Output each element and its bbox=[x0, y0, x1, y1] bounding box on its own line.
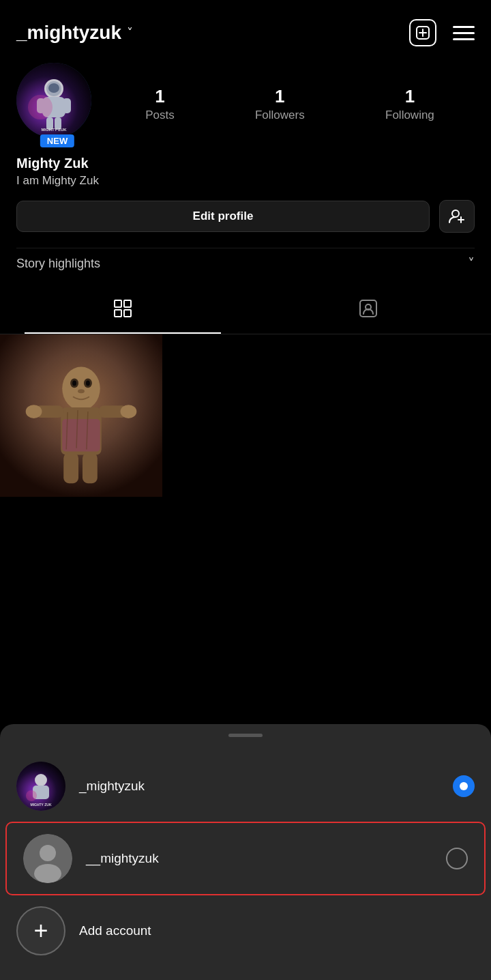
svg-rect-33 bbox=[63, 453, 78, 484]
header-right bbox=[409, 19, 475, 46]
account-avatar-1: MIGHTY ZUK bbox=[16, 762, 65, 811]
svg-point-39 bbox=[26, 405, 42, 418]
new-badge: NEW bbox=[40, 134, 74, 147]
svg-rect-8 bbox=[63, 98, 71, 113]
profile-bio: I am Mighty Zuk bbox=[16, 174, 475, 188]
account-avatar-img-1: MIGHTY ZUK bbox=[16, 762, 65, 811]
bottom-sheet-handle bbox=[228, 734, 263, 737]
avatar[interactable]: MIGHTY ZUK bbox=[16, 63, 91, 138]
tagged-icon bbox=[359, 299, 378, 323]
account-avatar-blank-2 bbox=[23, 834, 72, 883]
svg-rect-19 bbox=[115, 310, 121, 317]
svg-text:MIGHTY ZUK: MIGHTY ZUK bbox=[30, 803, 51, 807]
story-highlights-chevron-icon: ˅ bbox=[468, 255, 475, 272]
account-item-1[interactable]: MIGHTY ZUK _mightyzuk bbox=[0, 751, 491, 822]
stats-row: 1 Posts 1 Followers 1 Following bbox=[105, 86, 475, 122]
account-radio-2[interactable] bbox=[446, 848, 468, 869]
svg-text:MIGHTY ZUK: MIGHTY ZUK bbox=[41, 128, 67, 132]
svg-point-48 bbox=[34, 864, 61, 883]
svg-point-12 bbox=[28, 95, 53, 119]
svg-point-28 bbox=[86, 380, 90, 386]
edit-profile-button[interactable]: Edit profile bbox=[16, 201, 430, 232]
add-friend-button[interactable] bbox=[439, 200, 475, 233]
story-highlights-label: Story highlights bbox=[16, 257, 100, 271]
header: _mightyzuk ˅ bbox=[0, 0, 491, 56]
svg-point-40 bbox=[121, 405, 137, 418]
account-username-1: _mightyzuk bbox=[79, 779, 439, 794]
followers-count: 1 bbox=[275, 86, 284, 107]
profile-name: Mighty Zuk bbox=[16, 156, 475, 171]
svg-point-24 bbox=[62, 367, 100, 410]
svg-rect-18 bbox=[124, 300, 131, 307]
svg-point-27 bbox=[72, 380, 76, 386]
account-avatar-2 bbox=[23, 834, 72, 883]
header-username[interactable]: _mightyzuk bbox=[16, 22, 121, 44]
posts-count: 1 bbox=[155, 86, 164, 107]
profile-top: MIGHTY ZUK NEW 1 Posts 1 Followers 1 Fol… bbox=[16, 63, 475, 145]
account-radio-1[interactable] bbox=[453, 775, 475, 797]
account-username-2: __mightyzuk bbox=[86, 851, 432, 866]
tab-tagged[interactable] bbox=[246, 288, 491, 334]
header-left: _mightyzuk ˅ bbox=[16, 22, 133, 44]
add-account-label: Add account bbox=[79, 923, 151, 938]
profile-buttons: Edit profile bbox=[16, 200, 475, 233]
posts-stat[interactable]: 1 Posts bbox=[145, 86, 175, 122]
tabs-row bbox=[0, 288, 491, 334]
add-account-icon: + bbox=[16, 906, 65, 955]
story-highlights[interactable]: Story highlights ˅ bbox=[16, 248, 475, 278]
following-count: 1 bbox=[405, 86, 415, 107]
svg-point-44 bbox=[26, 790, 37, 801]
account-item-2[interactable]: __mightyzuk bbox=[5, 822, 486, 895]
avatar-container: MIGHTY ZUK NEW bbox=[16, 63, 98, 145]
svg-point-11 bbox=[48, 83, 59, 93]
posts-label: Posts bbox=[145, 109, 175, 122]
svg-point-14 bbox=[452, 210, 459, 217]
grid-icon bbox=[113, 299, 132, 323]
profile-section: MIGHTY ZUK NEW 1 Posts 1 Followers 1 Fol… bbox=[0, 56, 491, 278]
posts-grid bbox=[0, 334, 491, 497]
svg-point-47 bbox=[40, 845, 56, 861]
svg-point-29 bbox=[78, 389, 85, 393]
svg-rect-35 bbox=[62, 419, 100, 452]
bottom-sheet: MIGHTY ZUK _mightyzuk __mightyzuk + Add … bbox=[0, 724, 491, 980]
tab-grid[interactable] bbox=[0, 288, 246, 334]
svg-rect-17 bbox=[115, 300, 121, 307]
followers-stat[interactable]: 1 Followers bbox=[255, 86, 305, 122]
svg-rect-20 bbox=[124, 310, 131, 317]
post-cell-1[interactable] bbox=[0, 334, 162, 497]
svg-point-42 bbox=[35, 774, 47, 786]
add-account-item[interactable]: + Add account bbox=[0, 895, 491, 966]
following-label: Following bbox=[385, 109, 434, 122]
new-post-button[interactable] bbox=[409, 19, 436, 46]
svg-rect-34 bbox=[83, 453, 98, 484]
chevron-down-icon: ˅ bbox=[127, 25, 133, 40]
followers-label: Followers bbox=[255, 109, 305, 122]
following-stat[interactable]: 1 Following bbox=[385, 86, 434, 122]
menu-button[interactable] bbox=[453, 26, 475, 40]
